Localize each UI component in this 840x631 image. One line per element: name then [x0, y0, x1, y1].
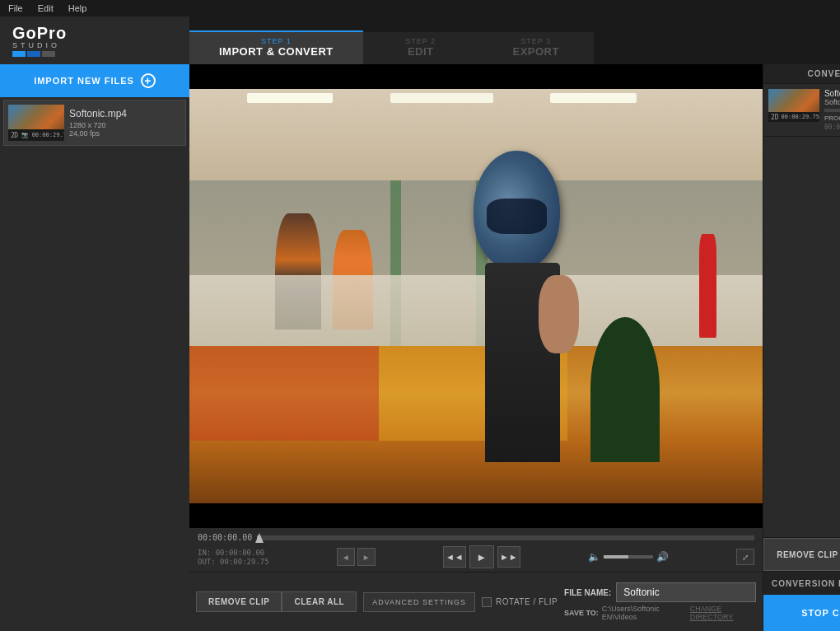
- clear-all-button[interactable]: CLEAR ALL: [282, 591, 357, 612]
- step1-name: IMPORT & CONVERT: [219, 45, 334, 58]
- logo-bars: [12, 51, 67, 57]
- gopro-logo: GoPro STUDIO: [12, 25, 67, 57]
- menu-edit[interactable]: Edit: [38, 3, 54, 13]
- conversion-item-meta: Softonic.mp4 Softonic.avi PROCESSING 0% …: [824, 89, 840, 131]
- conversion-details-bar[interactable]: CONVERSION DETAILS ▲: [763, 571, 840, 595]
- menu-file[interactable]: File: [8, 3, 23, 13]
- file-list-item[interactable]: 2D 📷 00:00:29.75 Softonic.mp4 1280 x 720…: [3, 100, 186, 146]
- in-point-display: IN: 00:00:00.00: [198, 549, 269, 557]
- saveto-path: C:\Users\Softonic EN\Videos: [602, 605, 684, 621]
- file-fps: 24,00 fps: [69, 129, 127, 138]
- current-time-display: 00:00:00.00: [198, 533, 252, 542]
- out-point-display: OUT: 00:00:29.75: [198, 558, 269, 566]
- step1-num: STEP 1: [219, 37, 334, 45]
- conversion-details-label: CONVERSION DETAILS: [772, 579, 840, 588]
- conv-time-row: 00:00:00.00 | 00:00:29.75: [824, 124, 840, 131]
- filename-input[interactable]: [616, 582, 756, 602]
- step-1-tab[interactable]: STEP 1 IMPORT & CONVERT: [189, 30, 363, 64]
- conversion-list-item[interactable]: 2D 00:00:29.75 Softonic.mp4 Softonic.avi…: [763, 84, 840, 137]
- conv-progress-bar: [824, 109, 840, 112]
- conv-progress-labels: PROCESSING 0%: [824, 115, 840, 122]
- timeline-handle: [255, 533, 264, 543]
- saveto-label: SAVE TO:: [564, 609, 599, 617]
- conv-thumb-duration: 00:00:29.75: [782, 114, 819, 120]
- camera-icon: 📷: [21, 132, 29, 138]
- import-plus-icon: +: [141, 73, 156, 88]
- next-frame-btn[interactable]: ►: [357, 548, 376, 566]
- conversion-list-header: CONVERSION LIST: [763, 64, 840, 84]
- processing-label: PROCESSING: [824, 115, 840, 122]
- thumb-badge-2d: 2D: [11, 132, 18, 139]
- menu-help[interactable]: Help: [68, 3, 87, 13]
- volume-icon: 🔈: [588, 551, 600, 563]
- file-meta: Softonic.mp4 1280 x 720 24,00 fps: [69, 108, 127, 138]
- change-directory-btn[interactable]: CHANGE DIRECTORY: [690, 605, 757, 621]
- file-thumbnail: 2D 📷 00:00:29.75: [8, 105, 64, 141]
- prev-frame-btn[interactable]: ◄: [337, 548, 355, 566]
- conv-thumb-badge: 2D: [771, 114, 779, 121]
- step2-num: STEP 2: [396, 37, 446, 45]
- conv-filename: Softonic.mp4: [824, 89, 840, 98]
- rewind-btn[interactable]: ◄◄: [443, 546, 466, 568]
- play-btn[interactable]: ►: [469, 545, 494, 568]
- gopro-text: GoPro: [12, 25, 67, 41]
- file-resolution: 1280 x 720: [69, 121, 127, 129]
- step-2-tab[interactable]: STEP 2 EDIT: [363, 32, 478, 64]
- timeline-area: 00:00:00.00 IN: 00:00:00.00 OUT: 00:00:2…: [189, 528, 763, 572]
- fullscreen-btn[interactable]: ⤢: [736, 549, 754, 565]
- import-label: IMPORT NEW FILES: [34, 76, 134, 86]
- bottom-toolbar: REMOVE CLIP CLEAR ALL ADVANCED SETTINGS …: [189, 572, 763, 631]
- remove-clip-button[interactable]: REMOVE CLIP: [196, 591, 282, 612]
- timeline-scrubber[interactable]: [257, 535, 754, 540]
- step-3-tab[interactable]: STEP 3 EXPORT: [478, 32, 594, 64]
- rotate-flip-label: ROTATE / FLIP: [496, 597, 558, 606]
- conversion-item-thumbnail: 2D 00:00:29.75: [768, 89, 819, 122]
- stop-conversion-button[interactable]: STOP CONVERSION: [763, 595, 840, 631]
- studio-text: STUDIO: [12, 41, 67, 49]
- advanced-settings-button[interactable]: ADVANCED SETTINGS: [363, 592, 475, 612]
- import-new-files-button[interactable]: IMPORT NEW FILES +: [0, 64, 189, 97]
- right-action-buttons: REMOVE CLIP CLEAR ALL: [763, 537, 840, 571]
- filename-label: FILE NAME:: [564, 588, 611, 597]
- rotate-flip-checkbox[interactable]: [482, 597, 492, 607]
- right-remove-clip-button[interactable]: REMOVE CLIP: [763, 538, 840, 571]
- step2-name: EDIT: [396, 45, 446, 58]
- conv-output: Softonic.avi: [824, 98, 840, 106]
- volume-max-icon: 🔊: [656, 551, 669, 563]
- video-player[interactable]: [189, 64, 763, 528]
- forward-btn[interactable]: ►►: [497, 546, 520, 568]
- volume-slider[interactable]: [604, 555, 653, 559]
- step3-name: EXPORT: [511, 45, 561, 58]
- file-name-label: Softonic.mp4: [69, 108, 127, 119]
- thumb-duration: 00:00:29.75: [32, 132, 64, 138]
- step3-num: STEP 3: [511, 37, 561, 45]
- conv-elapsed: 00:00:00.00: [824, 124, 840, 131]
